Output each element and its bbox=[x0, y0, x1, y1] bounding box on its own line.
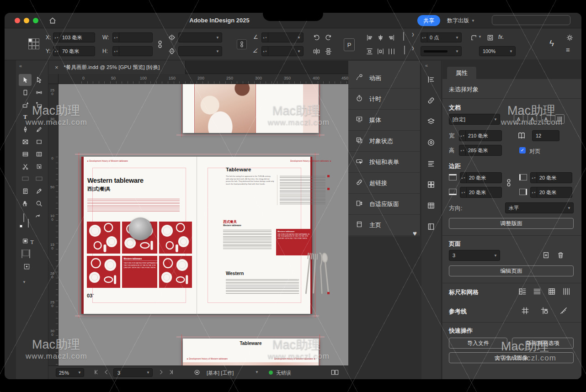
text-to-image-button[interactable]: 文字生成图像 bbox=[449, 352, 574, 363]
collapse-panel-icon[interactable]: « bbox=[19, 63, 22, 69]
table-panel-icon[interactable] bbox=[427, 201, 435, 212]
facing-pages-checkbox[interactable]: ✓ bbox=[519, 147, 526, 154]
page-number-dropdown[interactable]: 3▼ bbox=[113, 368, 153, 377]
direction-dropdown[interactable]: 水平▼ bbox=[505, 202, 574, 213]
distribute-v-icon[interactable] bbox=[365, 47, 374, 56]
swatches-panel-icon[interactable] bbox=[427, 180, 435, 191]
page-size-preset-dropdown[interactable]: [自定]▼ bbox=[449, 114, 500, 125]
gradient-feather-tool[interactable] bbox=[32, 173, 45, 185]
edit-pages-button[interactable]: 编辑页面 bbox=[449, 265, 574, 276]
link-width-height-button[interactable] bbox=[237, 39, 247, 49]
libraries-panel-icon[interactable] bbox=[427, 222, 435, 233]
panel-item-timing[interactable]: 计时 bbox=[348, 89, 421, 110]
doc-setup-icon-1[interactable]: A bbox=[514, 114, 523, 124]
close-window-button[interactable] bbox=[15, 18, 20, 23]
rotate-ccw-button[interactable] bbox=[312, 33, 321, 42]
flip-v-button[interactable] bbox=[324, 47, 333, 56]
layers-panel-icon[interactable] bbox=[427, 117, 435, 127]
flip-h-button[interactable] bbox=[312, 47, 321, 56]
guides-icon[interactable] bbox=[521, 307, 529, 317]
height-input[interactable]: ▲▼ bbox=[112, 46, 153, 56]
stepper-icon[interactable]: ▲▼ bbox=[53, 33, 60, 42]
formatting-affects-text-icon[interactable]: T bbox=[30, 239, 33, 245]
stroke-proxy-swatch[interactable] bbox=[28, 219, 29, 228]
shear-angle-input[interactable]: ▲▼▼ bbox=[261, 46, 304, 56]
reference-point-proxy[interactable] bbox=[28, 38, 40, 50]
panel-item-media[interactable]: 媒体 bbox=[348, 110, 421, 131]
view-options-icon[interactable] bbox=[23, 263, 30, 272]
type-tool[interactable]: T bbox=[19, 111, 32, 123]
constrain-proportions-icon[interactable] bbox=[155, 40, 165, 49]
note-tool[interactable] bbox=[19, 185, 32, 197]
rotate-cw-button[interactable] bbox=[324, 33, 333, 42]
color-panel-icon[interactable] bbox=[427, 138, 435, 148]
margin-top-input[interactable]: ▲▼ 20 毫米 bbox=[460, 172, 502, 183]
effects-fx-button[interactable]: fx. bbox=[498, 34, 504, 40]
formatting-affects-container-icon[interactable] bbox=[22, 238, 28, 245]
minimize-window-button[interactable] bbox=[24, 18, 29, 23]
corner-options-icon[interactable] bbox=[469, 33, 478, 42]
y-input[interactable]: ▲▼ 70 毫米 bbox=[53, 46, 95, 56]
publish-dropdown[interactable]: 数字出版 ▼ bbox=[447, 17, 475, 25]
swap-fill-stroke-icon[interactable] bbox=[35, 213, 41, 221]
collapse-dock-icon[interactable]: « bbox=[425, 63, 428, 68]
preflight-profile-icon[interactable] bbox=[194, 369, 200, 376]
rectangle-tool[interactable] bbox=[32, 136, 45, 148]
paragraph-panel-icon[interactable] bbox=[427, 159, 435, 170]
chevron-down-icon[interactable]: ▼ bbox=[22, 280, 26, 284]
gear-icon[interactable] bbox=[565, 33, 574, 42]
line-tool[interactable] bbox=[32, 111, 45, 123]
links-panel-icon[interactable] bbox=[427, 96, 435, 106]
chevron-down-icon[interactable]: ▼ bbox=[255, 370, 259, 374]
import-file-button[interactable]: 导入文件 bbox=[449, 338, 507, 349]
fill-proxy-swatch[interactable] bbox=[23, 213, 24, 222]
favorite-heart-icon[interactable]: ♥ bbox=[413, 229, 417, 237]
doc-setup-icon-3[interactable]: A bbox=[541, 114, 551, 124]
layout-grid-options-button[interactable]: 版面网格选项 bbox=[512, 338, 574, 349]
view-zoom-dropdown[interactable]: 100%▼ bbox=[479, 46, 516, 56]
current-page-dropdown[interactable]: 3▼ bbox=[449, 250, 500, 261]
horizontal-ruler[interactable]: 0 50 100 150 200 250 300 350 400 450 bbox=[59, 74, 348, 84]
rectangle-frame-tool[interactable] bbox=[19, 136, 32, 148]
width-input[interactable]: ▲▼ bbox=[112, 32, 153, 42]
apply-none-button[interactable] bbox=[29, 249, 30, 258]
doc-width-input[interactable]: ▲▼ 210 毫米 bbox=[459, 130, 502, 141]
panel-item-liquid-layout[interactable]: 自适应版面 bbox=[348, 194, 421, 215]
pages-view-toggle-icon[interactable] bbox=[331, 369, 339, 376]
doc-grid-icon[interactable] bbox=[555, 114, 565, 124]
align-right-icon[interactable] bbox=[387, 33, 396, 42]
frame-fitting-icon[interactable] bbox=[485, 33, 495, 42]
baseline-grid-icon[interactable] bbox=[533, 287, 541, 297]
close-tab-icon[interactable]: × bbox=[55, 64, 59, 71]
eyedropper-tool[interactable] bbox=[32, 185, 45, 197]
align-left-icon[interactable] bbox=[365, 33, 374, 42]
doc-height-input[interactable]: ▲▼ 285 毫米 bbox=[459, 145, 502, 156]
tab-properties[interactable]: 属性 bbox=[447, 67, 476, 79]
gap-tool[interactable] bbox=[32, 86, 45, 98]
scissors-tool[interactable] bbox=[19, 160, 32, 172]
stepper-icon[interactable]: ▲▼ bbox=[459, 131, 466, 141]
ruler-icon[interactable] bbox=[518, 287, 527, 297]
panel-item-master-pages[interactable]: 主页 bbox=[348, 215, 421, 236]
stepper-icon[interactable]: ▲▼ bbox=[459, 145, 466, 155]
content-collector-tool[interactable] bbox=[19, 99, 32, 111]
zoom-tool[interactable] bbox=[32, 197, 45, 209]
search-input[interactable] bbox=[492, 15, 570, 25]
selection-tool[interactable] bbox=[19, 74, 32, 86]
ruler-origin-corner[interactable] bbox=[48, 74, 59, 84]
margin-bottom-input[interactable]: ▲▼ 20 毫米 bbox=[460, 187, 502, 198]
free-transform-tool[interactable] bbox=[32, 160, 45, 172]
stepper-icon[interactable]: ▲▼ bbox=[531, 187, 537, 197]
paragraph-indicator[interactable]: P bbox=[344, 38, 355, 51]
delete-page-icon[interactable] bbox=[557, 251, 565, 261]
distribute-h-icon[interactable] bbox=[376, 47, 385, 56]
hand-tool[interactable] bbox=[19, 197, 32, 209]
last-page-button[interactable] bbox=[168, 369, 174, 376]
horizontal-grid-tool[interactable] bbox=[19, 148, 32, 160]
stepper-icon[interactable]: ▲▼ bbox=[113, 33, 119, 42]
stepper-icon[interactable]: ▲▼ bbox=[53, 47, 60, 56]
stepper-icon[interactable]: ▲▼ bbox=[460, 173, 467, 183]
next-page-button[interactable] bbox=[158, 369, 164, 376]
fill-stroke-proxy[interactable] bbox=[22, 214, 43, 232]
flip-vertical-icon[interactable] bbox=[167, 47, 176, 56]
